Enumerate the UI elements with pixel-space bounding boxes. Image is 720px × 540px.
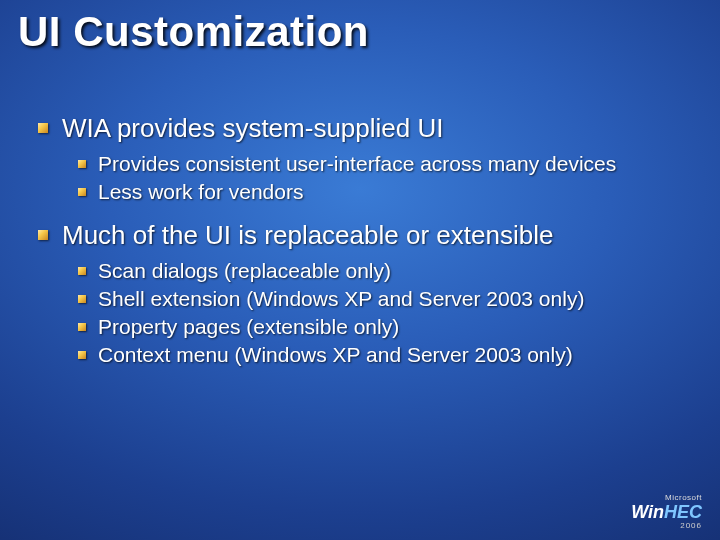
bullet-icon bbox=[78, 267, 86, 275]
bullet-icon bbox=[78, 351, 86, 359]
bullet-text: WIA provides system-supplied UI bbox=[62, 112, 443, 145]
bullet-icon bbox=[78, 323, 86, 331]
bullet-icon bbox=[38, 123, 48, 133]
bullet-text: Much of the UI is replaceable or extensi… bbox=[62, 219, 553, 252]
bullet-text: Provides consistent user-interface acros… bbox=[98, 151, 616, 177]
bullet-text: Property pages (extensible only) bbox=[98, 314, 399, 340]
bullet-text: Scan dialogs (replaceable only) bbox=[98, 258, 391, 284]
bullet-level2: Scan dialogs (replaceable only) bbox=[78, 258, 690, 284]
bullet-level2: Context menu (Windows XP and Server 2003… bbox=[78, 342, 690, 368]
bullet-text: Shell extension (Windows XP and Server 2… bbox=[98, 286, 584, 312]
sublist: Scan dialogs (replaceable only) Shell ex… bbox=[78, 258, 690, 369]
logo-year: 2006 bbox=[631, 522, 702, 530]
logo-part-b: HEC bbox=[664, 502, 702, 522]
bullet-level2: Less work for vendors bbox=[78, 179, 690, 205]
bullet-icon bbox=[78, 295, 86, 303]
logo-main: WinHEC bbox=[631, 503, 702, 521]
bullet-level1: Much of the UI is replaceable or extensi… bbox=[38, 219, 690, 252]
bullet-level2: Shell extension (Windows XP and Server 2… bbox=[78, 286, 690, 312]
slide-title: UI Customization bbox=[18, 8, 369, 56]
bullet-level2: Provides consistent user-interface acros… bbox=[78, 151, 690, 177]
bullet-text: Context menu (Windows XP and Server 2003… bbox=[98, 342, 573, 368]
bullet-icon bbox=[78, 188, 86, 196]
logo-vendor: Microsoft bbox=[631, 494, 702, 502]
winhec-logo: Microsoft WinHEC 2006 bbox=[631, 494, 702, 530]
bullet-icon bbox=[38, 230, 48, 240]
sublist: Provides consistent user-interface acros… bbox=[78, 151, 690, 206]
logo-part-a: Win bbox=[631, 502, 664, 522]
bullet-icon bbox=[78, 160, 86, 168]
bullet-text: Less work for vendors bbox=[98, 179, 303, 205]
slide: UI Customization WIA provides system-sup… bbox=[0, 0, 720, 540]
slide-body: WIA provides system-supplied UI Provides… bbox=[38, 112, 690, 383]
bullet-level2: Property pages (extensible only) bbox=[78, 314, 690, 340]
bullet-level1: WIA provides system-supplied UI bbox=[38, 112, 690, 145]
